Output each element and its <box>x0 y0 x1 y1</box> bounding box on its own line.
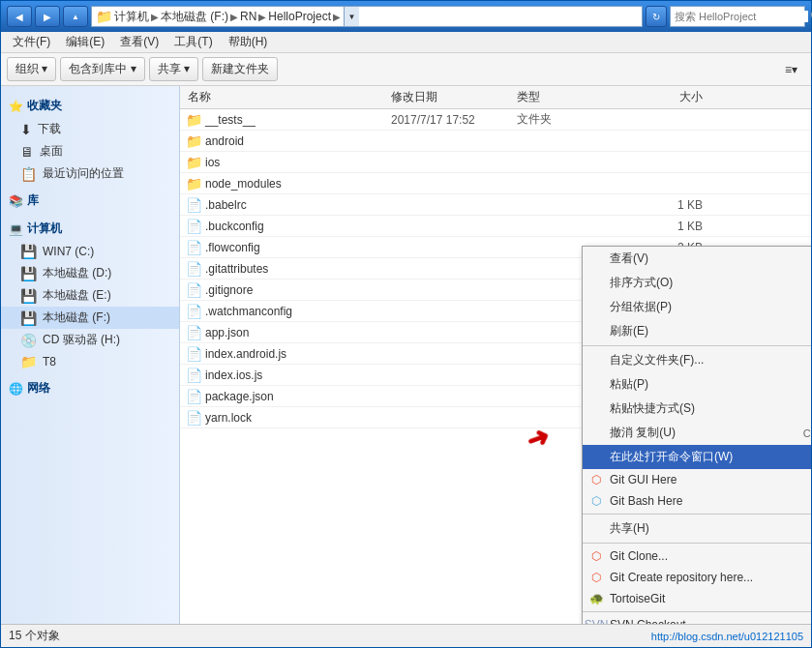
crumb-sep-4: ▶ <box>333 12 341 22</box>
sidebar-item-c[interactable]: 💾 WIN7 (C:) <box>1 241 179 262</box>
ctx-item-label: Git Bash Here <box>610 494 682 508</box>
network-header[interactable]: 🌐 网络 <box>1 376 179 400</box>
file-icon: 📄 <box>186 325 201 340</box>
ctx-item-label: Git Clone... <box>610 549 668 563</box>
include-button[interactable]: 包含到库中 ▾ <box>60 57 144 81</box>
ctx-menu-item[interactable]: ⬡Git Bash Here <box>583 490 811 512</box>
forward-button[interactable]: ▶ <box>35 6 60 27</box>
search-bar[interactable]: 🔍 <box>670 6 805 27</box>
title-bar: ◀ ▶ ▲ 📁 计算机 ▶ 本地磁盘 (F:) ▶ RN ▶ HelloProj… <box>1 1 811 32</box>
sidebar-item-t8[interactable]: 📁 T8 <box>1 351 179 372</box>
new-folder-button[interactable]: 新建文件夹 <box>202 57 278 81</box>
cell-name: 📄 yarn.lock <box>184 410 387 426</box>
library-header[interactable]: 📚 库 <box>1 189 179 213</box>
col-header-date[interactable]: 修改日期 <box>387 89 513 105</box>
ctx-divider <box>583 611 811 612</box>
sidebar-item-recent[interactable]: 📋 最近访问的位置 <box>1 162 179 185</box>
ctx-menu-item[interactable]: 自定义文件夹(F)... <box>583 348 811 372</box>
menu-help[interactable]: 帮助(H) <box>223 32 274 52</box>
cell-size: 1 KB <box>629 198 707 212</box>
address-bar[interactable]: 📁 计算机 ▶ 本地磁盘 (F:) ▶ RN ▶ HelloProject ▶ … <box>91 6 643 27</box>
table-row[interactable]: 📁 __tests__ 2017/7/17 17:52 文件夹 <box>180 109 811 131</box>
ctx-menu-item[interactable]: 🐢TortoiseGit▶ <box>583 588 811 609</box>
cell-name: 📄 index.android.js <box>184 346 387 362</box>
ctx-menu-item[interactable]: 排序方式(O)▶ <box>583 271 811 295</box>
library-icon: 📚 <box>9 194 23 208</box>
back-button[interactable]: ◀ <box>7 6 32 27</box>
breadcrumb: 📁 计算机 ▶ 本地磁盘 (F:) ▶ RN ▶ HelloProject ▶ <box>96 9 341 25</box>
drive-h-label: CD 驱动器 (H:) <box>43 332 120 348</box>
desktop-icon: 🖥 <box>20 144 34 160</box>
address-dropdown[interactable]: ▼ <box>344 7 359 26</box>
status-text: 15 个对象 <box>9 628 60 644</box>
ctx-menu-item[interactable]: 分组依据(P)▶ <box>583 295 811 319</box>
table-row[interactable]: 📁 android <box>180 131 811 152</box>
toolbar: 组织 ▾ 包含到库中 ▾ 共享 ▾ 新建文件夹 ≡▾ <box>1 53 811 86</box>
ctx-menu-item[interactable]: 刷新(E) <box>583 319 811 343</box>
ctx-item-label: 排序方式(O) <box>610 275 673 291</box>
drive-c-label: WIN7 (C:) <box>43 245 94 258</box>
drive-e-icon: 💾 <box>20 288 37 304</box>
computer-header[interactable]: 💻 计算机 <box>1 217 179 241</box>
sidebar-item-h[interactable]: 💿 CD 驱动器 (H:) <box>1 329 179 351</box>
drive-d-label: 本地磁盘 (D:) <box>43 265 111 281</box>
file-icon: 📄 <box>186 261 201 277</box>
crumb-sep-2: ▶ <box>230 12 238 22</box>
sidebar-item-e[interactable]: 💾 本地磁盘 (E:) <box>1 284 179 307</box>
menu-file[interactable]: 文件(F) <box>7 32 56 52</box>
menu-edit[interactable]: 编辑(E) <box>60 32 110 52</box>
ctx-menu-item[interactable]: 在此处打开命令窗口(W) <box>583 445 811 469</box>
ctx-item-label: 自定义文件夹(F)... <box>610 352 704 368</box>
ctx-item-label: 分组依据(P) <box>610 299 672 315</box>
recent-icon: 📋 <box>20 166 37 182</box>
ctx-menu-item[interactable]: ⬡Git GUI Here <box>583 469 811 490</box>
sidebar-library: 📚 库 <box>1 189 179 213</box>
menu-view[interactable]: 查看(V) <box>114 32 165 52</box>
sidebar-item-d[interactable]: 💾 本地磁盘 (D:) <box>1 262 179 284</box>
file-icon: 📄 <box>186 219 201 234</box>
table-row[interactable]: 📄 .babelrc 1 KB <box>180 194 811 216</box>
col-header-type[interactable]: 类型 <box>513 89 629 105</box>
ctx-menu-item[interactable]: 粘贴快捷方式(S) <box>583 397 811 421</box>
file-icon: 📄 <box>186 282 201 298</box>
network-icon: 🌐 <box>9 382 23 396</box>
table-row[interactable]: 📁 ios <box>180 152 811 173</box>
t8-icon: 📁 <box>20 354 37 369</box>
status-url: http://blog.csdn.net/u012121105 <box>651 631 803 642</box>
cell-name: 📄 app.json <box>184 325 387 340</box>
menu-tools[interactable]: 工具(T) <box>168 32 218 52</box>
ctx-menu-item[interactable]: ⬡Git Create repository here... <box>583 567 811 588</box>
ctx-menu-item[interactable]: 共享(H)▶ <box>583 516 811 541</box>
col-header-name[interactable]: 名称 <box>184 89 387 105</box>
col-header-size[interactable]: 大小 <box>629 89 707 105</box>
drive-h-icon: 💿 <box>20 333 37 348</box>
status-bar: 15 个对象 http://blog.csdn.net/u012121105 <box>1 624 811 647</box>
up-button[interactable]: ▲ <box>63 6 88 27</box>
search-input[interactable] <box>675 11 808 22</box>
refresh-button[interactable]: ↻ <box>646 6 667 27</box>
ctx-menu-item[interactable]: ⬡Git Clone... <box>583 545 811 567</box>
file-area: 名称 修改日期 类型 大小 📁 __tests__ 2017/7/17 17:5… <box>180 86 811 624</box>
ctx-item-label: Git Create repository here... <box>610 571 753 584</box>
favorites-header[interactable]: ⭐ 收藏夹 <box>1 94 179 118</box>
ctx-menu-item[interactable]: SVNSVN Checkout... <box>583 614 811 624</box>
sidebar-item-desktop[interactable]: 🖥 桌面 <box>1 140 179 162</box>
share-button[interactable]: 共享 ▾ <box>149 57 198 81</box>
cell-name: 📄 .gitattributes <box>184 261 387 277</box>
sidebar-item-downloads[interactable]: ⬇ 下载 <box>1 118 179 140</box>
cell-name: 📁 node_modules <box>184 176 387 191</box>
table-row[interactable]: 📁 node_modules <box>180 173 811 194</box>
ctx-menu-item[interactable]: 查看(V)▶ <box>583 247 811 271</box>
table-row[interactable]: 📄 .buckconfig 1 KB <box>180 216 811 237</box>
cell-name: 📁 ios <box>184 155 387 170</box>
sidebar-item-f[interactable]: 💾 本地磁盘 (F:) <box>1 307 179 329</box>
ctx-menu-item[interactable]: 粘贴(P) <box>583 372 811 397</box>
folder-icon: 📁 <box>186 133 201 149</box>
organize-button[interactable]: 组织 ▾ <box>7 57 56 81</box>
cell-name: 📄 .flowconfig <box>184 240 387 255</box>
ctx-menu-item[interactable]: 撤消 复制(U)Ctrl+Z <box>583 421 811 445</box>
view-button[interactable]: ≡▾ <box>777 60 805 79</box>
downloads-icon: ⬇ <box>20 122 32 137</box>
downloads-label: 下载 <box>38 121 61 137</box>
ctx-item-label: 在此处打开命令窗口(W) <box>610 449 733 465</box>
